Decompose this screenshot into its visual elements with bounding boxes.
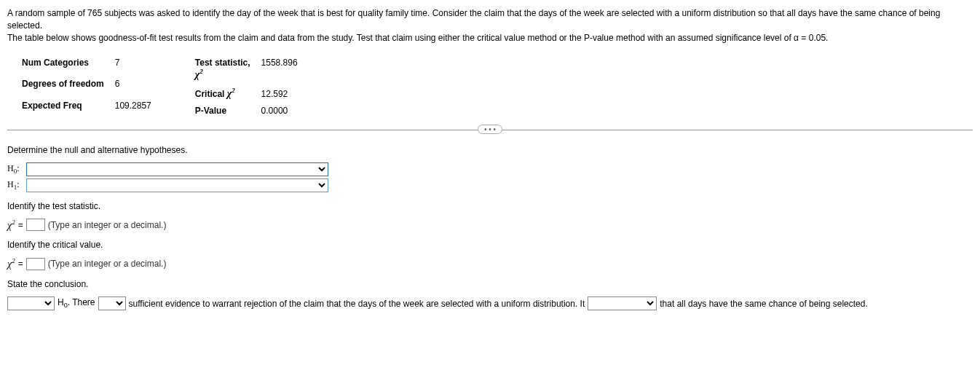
equals-sign-2: = (18, 259, 23, 269)
h1-label: H1: (7, 179, 26, 191)
test-stat-input[interactable] (26, 219, 45, 231)
critical-value: 12.592 (261, 84, 298, 103)
critical-label: Critical χ2 (195, 84, 261, 103)
conclusion-text-mid: sufficient evidence to warrant rejection… (129, 299, 585, 309)
conclusion-text-end: that all days have the same chance of be… (660, 299, 868, 309)
num-categories-label: Num Categories (22, 55, 115, 76)
conclusion-text-h0: H0. There (58, 297, 95, 309)
df-value: 6 (115, 76, 151, 97)
intro-line1: A random sample of 765 subjects was aske… (7, 7, 973, 32)
critical-value-prompt: Identify the critical value. (7, 240, 973, 250)
equals-sign: = (18, 220, 23, 230)
results-table: Num Categories 7 Degrees of freedom 6 Ex… (22, 55, 973, 118)
problem-intro: A random sample of 765 subjects was aske… (7, 7, 973, 44)
expand-pill[interactable]: • • • (478, 125, 502, 134)
df-label: Degrees of freedom (22, 76, 115, 97)
conclusion-select-2[interactable] (98, 297, 126, 310)
chi-squared-symbol-2: χ2 (7, 257, 15, 270)
intro-line2: The table below shows goodness-of-fit te… (7, 32, 973, 44)
pvalue-value: 0.0000 (261, 103, 298, 119)
test-stat-prompt: Identify the test statistic. (7, 201, 973, 211)
h1-select[interactable] (26, 178, 328, 192)
test-stat-value: 1558.896 (261, 55, 298, 84)
hypotheses-prompt: Determine the null and alternative hypot… (7, 145, 973, 155)
test-stat-hint: (Type an integer or a decimal.) (48, 220, 167, 230)
critical-value-input[interactable] (26, 258, 45, 270)
expected-freq-value: 109.2857 (115, 98, 151, 119)
conclusion-select-3[interactable] (588, 297, 657, 310)
divider: • • • (7, 130, 973, 130)
test-stat-label: Test statistic, χ2 (195, 55, 261, 84)
conclusion-prompt: State the conclusion. (7, 279, 973, 289)
h0-label: H0: (7, 163, 26, 175)
critical-value-hint: (Type an integer or a decimal.) (48, 259, 167, 269)
conclusion-select-1[interactable] (7, 297, 55, 310)
pvalue-label: P-Value (195, 103, 261, 119)
chi-squared-symbol: χ2 (7, 219, 15, 232)
num-categories-value: 7 (115, 55, 151, 76)
h0-select[interactable] (26, 162, 328, 176)
expected-freq-label: Expected Freq (22, 98, 115, 119)
